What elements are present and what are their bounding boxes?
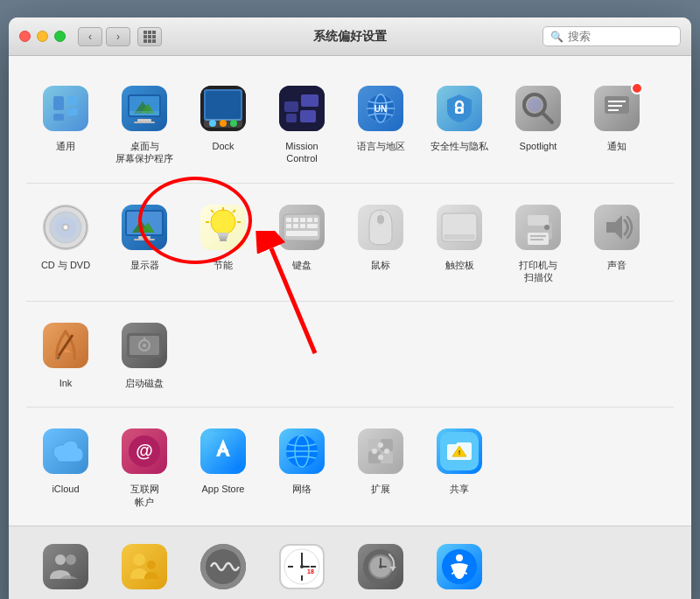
minimize-button[interactable]	[37, 31, 48, 42]
maximize-button[interactable]	[54, 31, 66, 42]
close-button[interactable]	[19, 31, 31, 42]
pref-energy[interactable]: 节能	[184, 194, 262, 291]
pref-trackpad[interactable]: 触控板	[420, 194, 499, 291]
pref-appstore[interactable]: App Store	[184, 418, 262, 515]
svg-rect-57	[134, 239, 155, 240]
grid-button[interactable]	[137, 27, 162, 46]
preferences-content: 通用	[9, 56, 691, 526]
svg-point-28	[230, 120, 237, 127]
pref-extensions[interactable]: 扩展	[341, 418, 420, 515]
svg-text:@: @	[136, 441, 153, 460]
pref-keyboard[interactable]: 键盘	[262, 194, 341, 291]
language-icon-wrap: UN	[354, 82, 407, 135]
svg-rect-74	[293, 224, 298, 228]
pref-sharing[interactable]: ! 共享	[420, 418, 499, 515]
svg-rect-77	[286, 231, 318, 236]
section-other: Ink 启动磁盘	[26, 302, 674, 407]
pref-startup[interactable]: 启动磁盘	[105, 312, 184, 396]
parental-icon-wrap	[118, 540, 171, 593]
keyboard-label: 键盘	[292, 259, 312, 271]
search-input[interactable]	[568, 30, 673, 43]
sound-label: 声音	[607, 259, 626, 271]
pref-network[interactable]: 网络	[262, 418, 341, 515]
pref-desktop[interactable]: 桌面与 屏幕保护程序	[105, 75, 184, 172]
network-icon	[279, 428, 325, 474]
svg-rect-11	[53, 96, 64, 110]
pref-display[interactable]: 显示器	[105, 194, 184, 291]
back-button[interactable]: ‹	[78, 27, 102, 46]
mission-icon	[279, 86, 325, 131]
printer-icon-wrap	[512, 201, 564, 254]
display-icon	[122, 205, 167, 250]
internet-icon: @	[122, 428, 167, 474]
pref-timemachine[interactable]: Time Machine	[341, 533, 420, 599]
titlebar: ‹ › 系统偏好设置 🔍	[9, 17, 691, 56]
notifications-label: 通知	[607, 140, 626, 152]
pref-security[interactable]: 安全性与隐私	[420, 75, 499, 172]
printer-label: 打印机与 扫描仪	[519, 259, 557, 284]
parental-icon	[122, 544, 167, 589]
pref-general[interactable]: 通用	[26, 75, 105, 172]
svg-point-42	[528, 98, 542, 112]
display-icon-wrap	[118, 201, 171, 254]
dock-icon	[200, 86, 246, 131]
pref-sound[interactable]: 声音	[578, 194, 656, 291]
timemachine-icon-wrap	[354, 540, 407, 593]
svg-point-109	[384, 449, 389, 454]
forward-button[interactable]: ›	[106, 27, 130, 46]
svg-rect-7	[148, 39, 151, 43]
search-box[interactable]: 🔍	[542, 26, 681, 46]
security-icon-wrap	[433, 82, 486, 135]
pref-ink[interactable]: Ink	[26, 312, 105, 396]
pref-mission[interactable]: Mission Control	[262, 75, 341, 172]
mouse-icon	[358, 205, 403, 250]
svg-rect-59	[218, 233, 228, 236]
keyboard-icon	[279, 205, 325, 250]
svg-line-41	[542, 113, 552, 122]
general-icon	[43, 86, 88, 131]
appstore-label: App Store	[202, 483, 245, 495]
pref-printer[interactable]: 打印机与 扫描仪	[499, 194, 578, 291]
energy-icon	[200, 205, 246, 250]
svg-rect-60	[219, 236, 228, 239]
svg-point-116	[133, 554, 145, 566]
cddvd-icon-wrap	[39, 201, 92, 254]
mouse-icon-wrap	[354, 201, 407, 254]
svg-rect-79	[377, 215, 384, 224]
pref-notifications[interactable]: 通知	[578, 75, 656, 172]
spotlight-label: Spotlight	[520, 140, 557, 152]
svg-rect-75	[300, 224, 305, 228]
svg-rect-73	[286, 224, 291, 228]
svg-rect-12	[67, 96, 78, 105]
pref-dock[interactable]: Dock	[184, 75, 262, 172]
svg-point-39	[458, 108, 461, 112]
svg-rect-6	[144, 39, 147, 43]
svg-point-51	[64, 226, 67, 229]
trackpad-icon	[437, 205, 482, 250]
datetime-icon-wrap: 18	[276, 540, 328, 593]
svg-line-66	[211, 210, 214, 212]
pref-siri[interactable]: Siri	[184, 533, 262, 599]
traffic-lights	[19, 31, 66, 42]
notifications-icon-wrap	[591, 82, 643, 135]
trackpad-label: 触控板	[445, 259, 474, 271]
security-label: 安全性与隐私	[430, 140, 488, 152]
pref-spotlight[interactable]: Spotlight	[499, 75, 578, 172]
pref-accessibility[interactable]: 辅助功能	[420, 533, 499, 599]
language-label: 语言与地区	[357, 140, 405, 152]
svg-rect-5	[152, 35, 156, 38]
svg-rect-17	[137, 119, 151, 122]
pref-icloud[interactable]: iCloud	[26, 418, 105, 515]
pref-datetime[interactable]: 18 日期与时间	[262, 533, 341, 599]
pref-cddvd[interactable]: CD 与 DVD	[26, 194, 105, 291]
sound-icon-wrap	[591, 201, 643, 254]
pref-parental[interactable]: 家长控制	[105, 533, 184, 599]
pref-mouse[interactable]: 鼠标	[341, 194, 420, 291]
pref-users[interactable]: 用户与群组	[26, 533, 105, 599]
pref-internet[interactable]: @ 互联网 帐户	[105, 418, 184, 515]
general-icon-wrap	[39, 82, 92, 135]
desktop-icon-wrap	[118, 82, 171, 135]
pref-language[interactable]: UN 语言与地区	[341, 75, 420, 172]
svg-rect-1	[148, 31, 151, 34]
icloud-icon	[43, 428, 88, 474]
